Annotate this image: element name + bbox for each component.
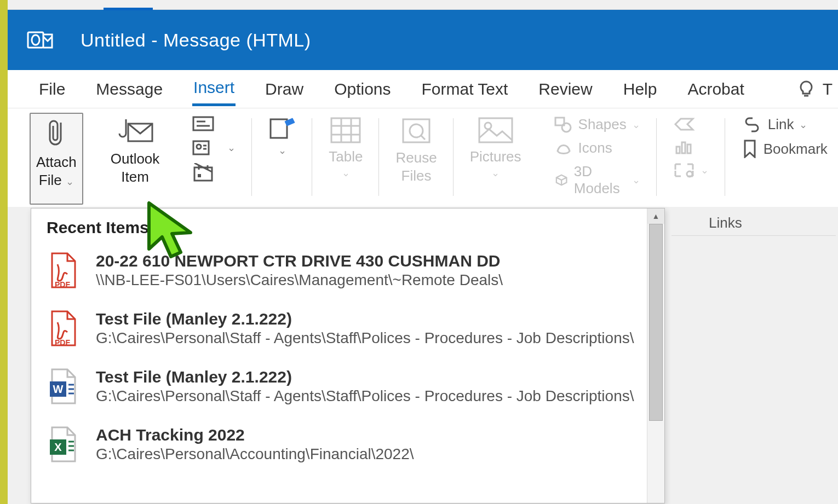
chevron-down-icon: ⌄	[632, 174, 640, 186]
icons-button[interactable]: Icons	[549, 136, 618, 160]
excel-file-icon: X	[47, 425, 78, 464]
recent-item-path: \\NB-LEE-FS01\Users\Caires\Management\~R…	[96, 271, 503, 289]
window-title: Untitled - Message (HTML)	[81, 30, 311, 51]
contact-card-button[interactable]: ⌄	[192, 139, 236, 157]
smartart-icon	[673, 116, 695, 132]
pdf-file-icon: PDF	[47, 251, 78, 289]
recent-item-name: Test File (Manley 2.1.222)	[96, 368, 634, 386]
chevron-down-icon: ⌄	[701, 164, 709, 176]
link-icon	[742, 117, 762, 132]
recent-item[interactable]: X ACH Tracking 2022 G:\Caires\Personal\A…	[31, 415, 664, 473]
window-top-strip	[8, 0, 838, 10]
calendar-button[interactable]	[192, 163, 236, 183]
svg-text:X: X	[54, 441, 62, 453]
svg-text:W: W	[53, 383, 64, 395]
svg-point-27	[562, 123, 571, 132]
signature-icon	[268, 116, 296, 140]
3d-models-button[interactable]: 3D Models ⌄	[549, 160, 646, 200]
lightbulb-icon	[796, 79, 816, 99]
link-button[interactable]: Link ⌄	[736, 113, 813, 136]
svg-point-7	[197, 144, 201, 149]
attach-file-label: Attach File ⌄	[36, 153, 77, 189]
icons-label: Icons	[578, 140, 612, 157]
ribbon-group-tables: Table ⌄	[312, 113, 379, 207]
title-bar: Untitled - Message (HTML)	[8, 10, 838, 70]
attach-file-button[interactable]: Attach File ⌄	[30, 113, 83, 205]
link-label: Link	[768, 116, 794, 133]
svg-text:PDF: PDF	[55, 338, 70, 347]
tab-draw[interactable]: Draw	[264, 73, 305, 105]
calendar-icon	[192, 163, 214, 183]
tab-review[interactable]: Review	[537, 73, 593, 105]
pictures-button[interactable]: Pictures ⌄	[464, 113, 527, 182]
tab-format-text[interactable]: Format Text	[421, 73, 509, 105]
tab-options[interactable]: Options	[333, 73, 392, 105]
ribbon-group-illustrations-extra: ⌄	[657, 113, 725, 207]
ribbon-group-links: Link ⌄ Bookmark	[725, 113, 838, 207]
reuse-files-button[interactable]: Reuse Files	[390, 113, 442, 188]
recent-item[interactable]: PDF Test File (Manley 2.1.222) G:\Caires…	[31, 299, 664, 357]
recent-item-path: G:\Caires\Personal\Staff - Agents\Staff\…	[96, 329, 634, 347]
svg-rect-15	[271, 119, 287, 138]
svg-point-25	[485, 123, 491, 129]
svg-rect-29	[682, 142, 685, 153]
dropdown-scrollbar[interactable]: ▲	[647, 208, 664, 503]
reuse-files-icon	[400, 116, 433, 146]
tab-file[interactable]: File	[38, 73, 66, 105]
bookmark-button[interactable]: Bookmark	[736, 136, 833, 161]
outlook-item-button[interactable]: Outlook Item	[105, 113, 165, 189]
scroll-up-button[interactable]: ▲	[647, 208, 664, 224]
business-card-button[interactable]	[192, 115, 236, 132]
cube-icon	[554, 172, 569, 188]
tell-me-text: T	[823, 80, 833, 99]
recent-item-path: G:\Caires\Personal\Accounting\Financial\…	[96, 445, 414, 463]
chart-button[interactable]	[668, 136, 701, 159]
ribbon-group-reuse: Reuse Files	[379, 113, 453, 207]
recent-items-header: Recent Items	[31, 208, 664, 241]
scroll-thumb[interactable]	[649, 224, 663, 421]
ribbon-group-illustrations: Pictures ⌄	[454, 113, 538, 207]
smartart-button[interactable]	[668, 113, 701, 136]
recent-item[interactable]: PDF 20-22 610 NEWPORT CTR DRIVE 430 CUSH…	[31, 241, 664, 299]
recent-item-name: 20-22 610 NEWPORT CTR DRIVE 430 CUSHMAN …	[96, 252, 503, 270]
screenshot-button[interactable]: ⌄	[668, 159, 714, 182]
chart-icon	[673, 139, 695, 155]
picture-icon	[477, 116, 514, 144]
paperclip-icon	[44, 117, 68, 150]
bookmark-label: Bookmark	[764, 141, 828, 158]
shapes-button[interactable]: Shapes ⌄	[549, 113, 646, 136]
tell-me-search[interactable]: T	[796, 79, 833, 99]
shapes-label: Shapes	[578, 116, 627, 133]
ribbon-group-shapes-column: Shapes ⌄ Icons 3D Models ⌄	[538, 113, 657, 207]
recent-item[interactable]: W Test File (Manley 2.1.222) G:\Caires\P…	[31, 357, 664, 415]
tab-acrobat[interactable]: Acrobat	[686, 73, 745, 105]
ribbon-group-include: Attach File ⌄	[30, 113, 94, 207]
tab-insert[interactable]: Insert	[192, 72, 236, 106]
recent-item-path: G:\Caires\Personal\Staff - Agents\Staff\…	[96, 387, 634, 405]
chevron-down-icon: ⌄	[799, 119, 807, 131]
ribbon-insert: Attach File ⌄ Outlook Item	[8, 108, 838, 207]
outlook-item-label: Outlook Item	[111, 150, 160, 186]
tab-help[interactable]: Help	[622, 73, 658, 105]
tab-message[interactable]: Message	[95, 73, 164, 105]
signature-button[interactable]: ⌄	[263, 113, 301, 160]
ribbon-group-include-extras: ⌄	[176, 113, 252, 207]
table-button[interactable]: Table ⌄	[323, 113, 368, 182]
recent-item-name: ACH Tracking 2022	[96, 426, 414, 444]
envelope-paperclip-icon	[116, 116, 154, 147]
3d-models-label: 3D Models	[574, 163, 627, 197]
svg-rect-10	[194, 167, 212, 181]
chevron-down-icon: ⌄	[66, 176, 74, 187]
business-card-icon	[192, 115, 214, 132]
shapes-icon	[554, 117, 573, 133]
chevron-down-icon: ⌄	[632, 119, 640, 131]
svg-rect-16	[331, 118, 360, 142]
icons-icon	[554, 140, 573, 157]
chevron-down-icon: ⌄	[342, 167, 350, 179]
attach-file-dropdown: Recent Items PDF 20-22 610 NEWPORT CTR D…	[31, 208, 665, 503]
svg-rect-28	[676, 147, 680, 153]
recent-item-name: Test File (Manley 2.1.222)	[96, 310, 634, 328]
ribbon-group-outlook-item: Outlook Item	[94, 113, 176, 207]
outlook-app-icon	[27, 27, 53, 53]
contact-icon	[192, 139, 214, 157]
